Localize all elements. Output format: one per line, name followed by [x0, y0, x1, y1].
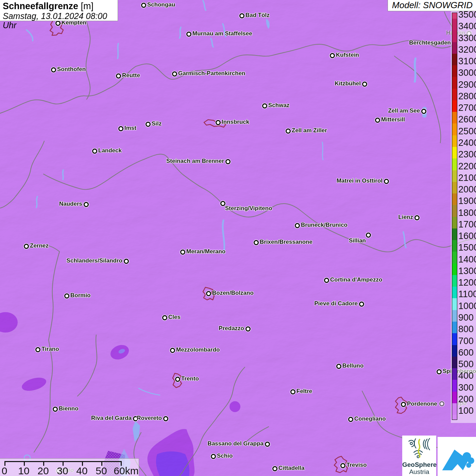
city-dot: [172, 71, 177, 76]
colorbar-segment: [452, 345, 457, 357]
city-dot: [366, 233, 371, 238]
colorbar-value-label: 3100: [458, 57, 476, 66]
colorbar-value-label: 3300: [458, 33, 476, 42]
city-label: Kitzbühel: [335, 80, 361, 87]
city-dot: [180, 250, 185, 255]
city-dot: [35, 347, 40, 352]
colorbar-segment: [452, 112, 457, 123]
colorbar-segment: [452, 415, 457, 420]
colorbar-segment: [452, 42, 457, 54]
city-dot: [437, 369, 442, 374]
model-label: Modell: SNOWGRID: [392, 0, 473, 10]
city-label: Tirano: [41, 346, 59, 353]
city-label: Zell am Ziller: [292, 127, 327, 134]
geosphere-logo-box: GeoSphere Austria: [402, 436, 436, 476]
city-label: Rovereto: [137, 415, 162, 422]
colorbar-value-label: 300: [458, 383, 474, 392]
city-label: Reutte: [122, 72, 140, 79]
city-label: Sonthofen: [57, 66, 86, 73]
city-label: Berchtesgaden: [409, 39, 451, 46]
title-unit: [m]: [78, 1, 94, 11]
colorbar-segment: [452, 264, 457, 275]
city-label: Bienno: [59, 405, 79, 412]
city-label: Matrei in Osttirol: [337, 177, 382, 184]
city-dot: [64, 293, 69, 299]
city-dot: [324, 278, 329, 283]
geosphere-logo-country: Austria: [402, 468, 436, 475]
colorbar-value-label: 3200: [458, 45, 476, 54]
colorbar-segment: [452, 19, 457, 30]
colorbar-value-label: 100: [458, 406, 474, 415]
city-dot: [163, 416, 168, 421]
colorbar: [452, 13, 457, 420]
city-label: Predazzo: [219, 325, 244, 332]
city-dot: [170, 348, 175, 353]
colorbar-segment: [452, 252, 457, 263]
colorbar-segment: [452, 392, 457, 403]
snowfall-map: SchongauBad TölzKemptenMurnau am Staffel…: [0, 0, 476, 476]
colorbar-segment: [452, 322, 457, 333]
city-dot: [336, 364, 341, 369]
geosphere-logo-icon: [407, 438, 432, 459]
city-label: Brixen/Bressanone: [260, 239, 312, 245]
city-label: Bassano del Grappa: [208, 440, 264, 447]
colorbar-value-label: 1500: [458, 243, 476, 252]
colorbar-segment: [452, 333, 457, 345]
city-dot: [206, 291, 211, 296]
colorbar-value-label: 2300: [458, 150, 476, 159]
city-label: Murnau am Staffelsee: [192, 30, 252, 37]
city-label: Cles: [168, 314, 181, 321]
geosphere-logo-name: GeoSphere: [402, 461, 436, 468]
city-dot: [348, 417, 353, 422]
city-dot: [53, 407, 58, 412]
city-label: Sillian: [349, 237, 366, 244]
model-box: Modell: SNOWGRID: [388, 0, 476, 11]
city-label: Bozen/Bolzano: [212, 290, 254, 296]
colorbar-value-label: 2000: [458, 185, 476, 194]
city-label: Belluno: [342, 362, 363, 369]
colorbar-value-label: 2100: [458, 173, 476, 182]
city-dot: [340, 463, 345, 468]
city-dot: [421, 109, 426, 114]
colorbar-segment: [452, 240, 457, 252]
mountain-logo-box: [438, 437, 476, 476]
city-dot: [92, 149, 97, 154]
title-text: Schneefallgrenze: [3, 1, 78, 11]
city-dot: [141, 3, 146, 8]
colorbar-value-label: 1700: [458, 220, 476, 229]
city-dot: [84, 202, 89, 207]
city-dot: [239, 13, 244, 18]
city-dot: [254, 240, 259, 245]
city-label: Sterzing/Vipiteno: [225, 205, 272, 212]
city-label: Pordenone: [407, 401, 437, 407]
city-dot: [51, 67, 56, 72]
colorbar-value-label: 600: [458, 348, 474, 357]
colorbar-value-label: 2400: [458, 138, 476, 147]
colorbar-segment: [452, 100, 457, 112]
colorbar-value-label: 1200: [458, 278, 476, 287]
city-label: Kufstein: [336, 52, 359, 58]
city-label: Mittersill: [381, 116, 405, 123]
colorbar-segment: [452, 205, 457, 217]
city-dot: [286, 129, 291, 134]
city-label: Zernez: [30, 242, 49, 249]
title-box: Schneefallgrenze [m] Samstag, 13.01.2024…: [0, 0, 118, 21]
colorbar-value-label: 1800: [458, 208, 476, 217]
city-label: Pieve di Cadore: [314, 300, 358, 307]
city-label: Schlanders/Silandro: [67, 257, 122, 264]
city-dot: [162, 315, 167, 320]
city-dot: [414, 215, 420, 220]
city-dot: [175, 377, 180, 382]
scalebar-ruler: 0102030405060km: [0, 458, 139, 476]
colorbar-value-label: 3400: [458, 22, 476, 31]
city-dot: [146, 122, 151, 127]
colorbar-value-label: 800: [458, 325, 474, 334]
colorbar-segment: [452, 287, 457, 298]
colorbar-segment: [452, 54, 457, 65]
city-label: Garmisch-Partenkirchen: [178, 70, 245, 77]
city-label: Steinach am Brenner: [166, 158, 224, 165]
colorbar-value-label: 400: [458, 371, 474, 380]
city-dot: [401, 402, 406, 407]
city-dot: [262, 103, 267, 108]
colorbar-segment: [452, 65, 457, 77]
